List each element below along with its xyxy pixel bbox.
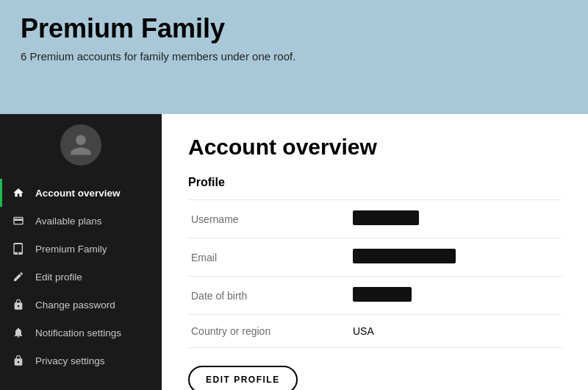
table-row: Country or region USA: [188, 315, 562, 348]
shield-icon: [12, 354, 25, 367]
field-value-email: [350, 238, 562, 277]
sidebar-label-notification-settings: Notification settings: [35, 327, 121, 338]
sidebar-label-available-plans: Available plans: [35, 216, 102, 227]
credit-card-icon: [12, 214, 25, 227]
field-value-country: USA: [350, 315, 562, 348]
field-label-email: Email: [188, 238, 350, 277]
field-value-username: [350, 200, 562, 238]
redacted-email: [353, 249, 456, 263]
redacted-username: [353, 210, 419, 225]
field-value-dob: [350, 277, 562, 315]
sidebar-item-privacy-settings[interactable]: Privacy settings: [0, 347, 162, 375]
sidebar-item-available-plans[interactable]: Available plans: [0, 207, 162, 235]
redacted-dob: [353, 287, 412, 302]
sidebar-item-premium-family[interactable]: Premium Family: [0, 235, 162, 263]
table-row: Date of birth: [188, 277, 562, 315]
sidebar-label-privacy-settings: Privacy settings: [35, 355, 105, 366]
banner-subtitle: 6 Premium accounts for family members un…: [21, 50, 567, 63]
avatar: [60, 124, 101, 166]
sidebar-item-change-password[interactable]: Change password: [0, 291, 162, 319]
sidebar-label-edit-profile: Edit profile: [35, 272, 82, 283]
lock-icon: [12, 298, 25, 311]
table-row: Username: [188, 200, 562, 238]
bell-icon: [12, 326, 25, 339]
pencil-icon: [12, 270, 25, 283]
sidebar-item-edit-profile[interactable]: Edit profile: [0, 263, 162, 291]
edit-profile-button[interactable]: EDIT PROFILE: [188, 366, 298, 390]
table-row: Email: [188, 238, 562, 277]
page-title: Account overview: [188, 135, 562, 160]
sidebar-label-premium-family: Premium Family: [35, 244, 107, 255]
top-banner: Premium Family 6 Premium accounts for fa…: [0, 0, 588, 114]
field-label-dob: Date of birth: [188, 277, 350, 315]
main-layout: Account overview Available plans Premium…: [0, 114, 588, 390]
sidebar-item-account-overview[interactable]: Account overview: [0, 179, 162, 207]
sidebar-label-change-password: Change password: [35, 299, 115, 311]
user-icon: [68, 132, 93, 157]
profile-table: Username Email Date of birth: [188, 199, 562, 348]
sidebar-item-notification-settings[interactable]: Notification settings: [0, 319, 162, 347]
sidebar-label-account-overview: Account overview: [35, 188, 121, 199]
home-icon: [12, 186, 25, 199]
field-label-country: Country or region: [188, 315, 350, 348]
tablet-icon: [12, 242, 25, 255]
sidebar: Account overview Available plans Premium…: [0, 114, 162, 390]
field-label-username: Username: [188, 200, 350, 238]
banner-title: Premium Family: [21, 13, 567, 44]
content-area: Account overview Profile Username Email: [162, 114, 588, 390]
section-title: Profile: [188, 176, 562, 189]
sidebar-nav: Account overview Available plans Premium…: [0, 179, 162, 375]
